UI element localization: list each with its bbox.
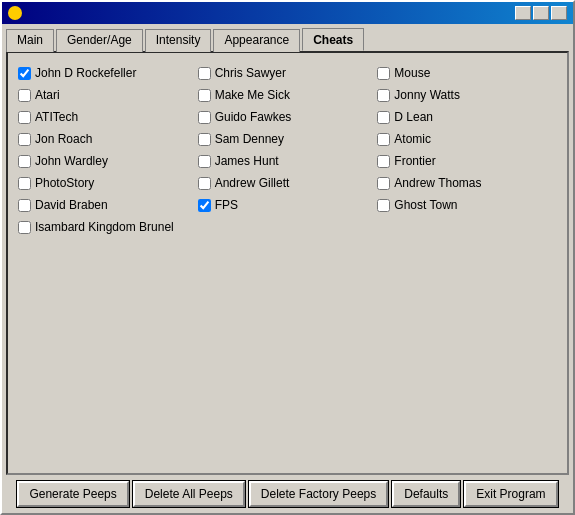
checkbox-item-chris_sawyer: Chris Sawyer — [198, 63, 378, 83]
tab-cheats[interactable]: Cheats — [302, 28, 364, 51]
checkbox-mouse[interactable] — [377, 67, 390, 80]
checkbox-jonny_watts[interactable] — [377, 89, 390, 102]
checkbox-ghost_town[interactable] — [377, 199, 390, 212]
label-make_me_sick: Make Me Sick — [215, 88, 290, 102]
checkbox-item-andrew_thomas: Andrew Thomas — [377, 173, 557, 193]
tab-main[interactable]: Main — [6, 29, 54, 52]
checkbox-item-atomic: Atomic — [377, 129, 557, 149]
checkbox-item-atari: Atari — [18, 85, 198, 105]
tab-intensity[interactable]: Intensity — [145, 29, 212, 52]
bottom-bar: Generate PeepsDelete All PeepsDelete Fac… — [2, 475, 573, 513]
checkbox-isambard[interactable] — [18, 221, 31, 234]
label-mouse: Mouse — [394, 66, 430, 80]
delete_all-button[interactable]: Delete All Peeps — [133, 481, 245, 507]
checkbox-item-john_d: John D Rockefeller — [18, 63, 198, 83]
checkbox-david_braben[interactable] — [18, 199, 31, 212]
label-isambard: Isambard Kingdom Brunel — [35, 220, 174, 234]
content-area: John D RockefellerAtariATITechJon RoachJ… — [6, 51, 569, 475]
main-window: MainGender/AgeIntensityAppearanceCheats … — [0, 0, 575, 515]
label-james_hunt: James Hunt — [215, 154, 279, 168]
label-jon_roach: Jon Roach — [35, 132, 92, 146]
defaults-button[interactable]: Defaults — [392, 481, 460, 507]
label-andrew_gillett: Andrew Gillett — [215, 176, 290, 190]
label-frontier: Frontier — [394, 154, 435, 168]
checkbox-item-fps: FPS — [198, 195, 378, 215]
label-sam_denney: Sam Denney — [215, 132, 284, 146]
title-bar-buttons — [515, 6, 567, 20]
checkbox-atomic[interactable] — [377, 133, 390, 146]
checkbox-item-ghost_town: Ghost Town — [377, 195, 557, 215]
checkbox-john_d[interactable] — [18, 67, 31, 80]
tab-gender[interactable]: Gender/Age — [56, 29, 143, 52]
checkbox-column-2: MouseJonny WattsD LeanAtomicFrontierAndr… — [377, 63, 557, 237]
checkbox-column-1: Chris SawyerMake Me SickGuido FawkesSam … — [198, 63, 378, 237]
checkbox-photostory[interactable] — [18, 177, 31, 190]
label-jonny_watts: Jonny Watts — [394, 88, 460, 102]
tab-bar: MainGender/AgeIntensityAppearanceCheats — [2, 24, 573, 51]
label-fps: FPS — [215, 198, 238, 212]
checkbox-item-photostory: PhotoStory — [18, 173, 198, 193]
label-andrew_thomas: Andrew Thomas — [394, 176, 481, 190]
label-john_d: John D Rockefeller — [35, 66, 136, 80]
checkbox-guido_fawkes[interactable] — [198, 111, 211, 124]
app-icon — [8, 6, 22, 20]
label-atari: Atari — [35, 88, 60, 102]
checkbox-atari[interactable] — [18, 89, 31, 102]
checkbox-chris_sawyer[interactable] — [198, 67, 211, 80]
minimize-button[interactable] — [515, 6, 531, 20]
label-atomic: Atomic — [394, 132, 431, 146]
checkbox-frontier[interactable] — [377, 155, 390, 168]
label-ghost_town: Ghost Town — [394, 198, 457, 212]
checkbox-item-jonny_watts: Jonny Watts — [377, 85, 557, 105]
label-john_wardley: John Wardley — [35, 154, 108, 168]
checkbox-jon_roach[interactable] — [18, 133, 31, 146]
checkbox-john_wardley[interactable] — [18, 155, 31, 168]
checkbox-d_lean[interactable] — [377, 111, 390, 124]
delete_factory-button[interactable]: Delete Factory Peeps — [249, 481, 388, 507]
maximize-button[interactable] — [533, 6, 549, 20]
checkbox-item-frontier: Frontier — [377, 151, 557, 171]
generate-button[interactable]: Generate Peeps — [17, 481, 128, 507]
exit-button[interactable]: Exit Program — [464, 481, 557, 507]
checkbox-atitech[interactable] — [18, 111, 31, 124]
label-chris_sawyer: Chris Sawyer — [215, 66, 286, 80]
checkbox-james_hunt[interactable] — [198, 155, 211, 168]
title-bar-left — [8, 6, 26, 20]
checkbox-item-james_hunt: James Hunt — [198, 151, 378, 171]
checkbox-item-andrew_gillett: Andrew Gillett — [198, 173, 378, 193]
title-bar — [2, 2, 573, 24]
checkbox-make_me_sick[interactable] — [198, 89, 211, 102]
checkbox-item-guido_fawkes: Guido Fawkes — [198, 107, 378, 127]
checkbox-item-make_me_sick: Make Me Sick — [198, 85, 378, 105]
checkbox-item-atitech: ATITech — [18, 107, 198, 127]
checkbox-item-mouse: Mouse — [377, 63, 557, 83]
checkbox-andrew_gillett[interactable] — [198, 177, 211, 190]
tab-appearance[interactable]: Appearance — [213, 29, 300, 52]
checkbox-item-david_braben: David Braben — [18, 195, 198, 215]
checkbox-andrew_thomas[interactable] — [377, 177, 390, 190]
label-atitech: ATITech — [35, 110, 78, 124]
checkbox-item-isambard: Isambard Kingdom Brunel — [18, 217, 198, 237]
label-guido_fawkes: Guido Fawkes — [215, 110, 292, 124]
checkbox-item-d_lean: D Lean — [377, 107, 557, 127]
checkbox-sam_denney[interactable] — [198, 133, 211, 146]
checkbox-column-0: John D RockefellerAtariATITechJon RoachJ… — [18, 63, 198, 237]
checkbox-fps[interactable] — [198, 199, 211, 212]
label-d_lean: D Lean — [394, 110, 433, 124]
label-david_braben: David Braben — [35, 198, 108, 212]
checkbox-item-jon_roach: Jon Roach — [18, 129, 198, 149]
checkbox-item-john_wardley: John Wardley — [18, 151, 198, 171]
label-photostory: PhotoStory — [35, 176, 94, 190]
close-button[interactable] — [551, 6, 567, 20]
checkbox-item-sam_denney: Sam Denney — [198, 129, 378, 149]
checkboxes-container: John D RockefellerAtariATITechJon RoachJ… — [18, 63, 557, 237]
